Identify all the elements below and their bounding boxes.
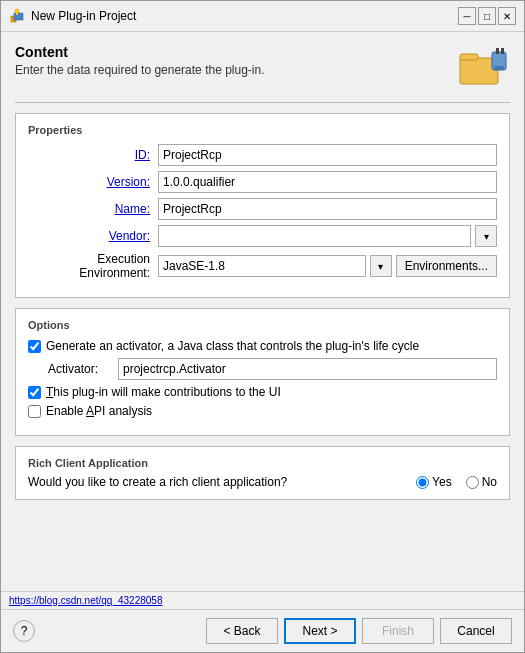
svg-rect-3: [16, 12, 18, 15]
name-label[interactable]: Name:: [28, 202, 158, 216]
content-header: Content Enter the data required to gener…: [15, 44, 510, 88]
svg-rect-5: [460, 54, 478, 60]
status-bar: https://blog.csdn.net/qq_43228058: [1, 591, 524, 609]
execution-env-combo: ▾: [158, 255, 392, 277]
properties-section: Properties ID: Version: Name: Vendor:: [15, 113, 510, 298]
options-label: Options: [28, 319, 497, 331]
svg-rect-1: [14, 13, 23, 20]
folder-plugin-icon: [458, 44, 510, 88]
execution-env-row: Execution Environment: ▾ Environments...: [28, 252, 497, 280]
dialog-window: New Plug-in Project ─ □ ✕ Content Enter …: [0, 0, 525, 653]
title-bar: New Plug-in Project ─ □ ✕: [1, 1, 524, 32]
id-input[interactable]: [158, 144, 497, 166]
rca-yes-radio[interactable]: [416, 476, 429, 489]
rca-no-label: No: [482, 475, 497, 489]
maximize-button[interactable]: □: [478, 7, 496, 25]
status-url[interactable]: https://blog.csdn.net/qq_43228058: [9, 595, 162, 606]
rca-row: Would you like to create a rich client a…: [28, 475, 497, 489]
activator-label: Activator:: [48, 362, 118, 376]
spacer: [15, 510, 510, 579]
vendor-input[interactable]: [158, 225, 471, 247]
name-input[interactable]: [158, 198, 497, 220]
ui-contributions-checkbox[interactable]: [28, 386, 41, 399]
activator-row: Activator:: [28, 358, 497, 380]
api-analysis-checkbox[interactable]: [28, 405, 41, 418]
back-button[interactable]: < Back: [206, 618, 278, 644]
cancel-button[interactable]: Cancel: [440, 618, 512, 644]
svg-rect-9: [494, 66, 504, 70]
title-icon: [9, 8, 25, 24]
version-row: Version:: [28, 171, 497, 193]
generate-activator-label: Generate an activator, a Java class that…: [46, 339, 419, 353]
title-text: New Plug-in Project: [31, 9, 452, 23]
content-title: Content: [15, 44, 265, 60]
generate-activator-row: Generate an activator, a Java class that…: [28, 339, 497, 353]
api-analysis-row: Enable API analysis: [28, 404, 497, 418]
header-text-block: Content Enter the data required to gener…: [15, 44, 265, 77]
vendor-label[interactable]: Vendor:: [28, 229, 158, 243]
rca-section: Rich Client Application Would you like t…: [15, 446, 510, 500]
properties-label: Properties: [28, 124, 497, 136]
rca-question: Would you like to create a rich client a…: [28, 475, 396, 489]
options-section: Options Generate an activator, a Java cl…: [15, 308, 510, 436]
ui-contributions-label: This plug-in will make contributions to …: [46, 385, 281, 399]
button-bar: ? < Back Next > Finish Cancel: [1, 609, 524, 652]
generate-activator-checkbox[interactable]: [28, 340, 41, 353]
content-area: Content Enter the data required to gener…: [1, 32, 524, 591]
activator-input[interactable]: [118, 358, 497, 380]
close-button[interactable]: ✕: [498, 7, 516, 25]
vendor-row: Vendor: ▾: [28, 225, 497, 247]
version-input[interactable]: [158, 171, 497, 193]
minimize-button[interactable]: ─: [458, 7, 476, 25]
rca-label: Rich Client Application: [28, 457, 497, 469]
ui-contributions-row: This plug-in will make contributions to …: [28, 385, 497, 399]
title-controls: ─ □ ✕: [458, 7, 516, 25]
generate-activator-label-text: Generate an activator, a Java class that…: [46, 339, 419, 353]
environments-button[interactable]: Environments...: [396, 255, 497, 277]
rca-radio-group: Yes No: [416, 475, 497, 489]
execution-env-label: Execution Environment:: [28, 252, 158, 280]
api-analysis-label: Enable API analysis: [46, 404, 152, 418]
version-label[interactable]: Version:: [28, 175, 158, 189]
next-button[interactable]: Next >: [284, 618, 356, 644]
header-divider: [15, 102, 510, 103]
svg-rect-8: [501, 48, 504, 54]
execution-env-input[interactable]: [158, 255, 366, 277]
rca-no-radio[interactable]: [466, 476, 479, 489]
name-row: Name:: [28, 198, 497, 220]
vendor-combo: ▾: [158, 225, 497, 247]
rca-yes-option[interactable]: Yes: [416, 475, 452, 489]
execution-env-dropdown-button[interactable]: ▾: [370, 255, 392, 277]
ui-label-prefix: This plug-in will make contributions to …: [46, 385, 281, 399]
svg-rect-7: [496, 48, 499, 54]
id-row: ID:: [28, 144, 497, 166]
finish-button[interactable]: Finish: [362, 618, 434, 644]
rca-yes-label: Yes: [432, 475, 452, 489]
api-label-text: Enable API analysis: [46, 404, 152, 418]
rca-no-option[interactable]: No: [466, 475, 497, 489]
vendor-dropdown-button[interactable]: ▾: [475, 225, 497, 247]
help-button[interactable]: ?: [13, 620, 35, 642]
content-subtitle: Enter the data required to generate the …: [15, 63, 265, 77]
id-label[interactable]: ID:: [28, 148, 158, 162]
